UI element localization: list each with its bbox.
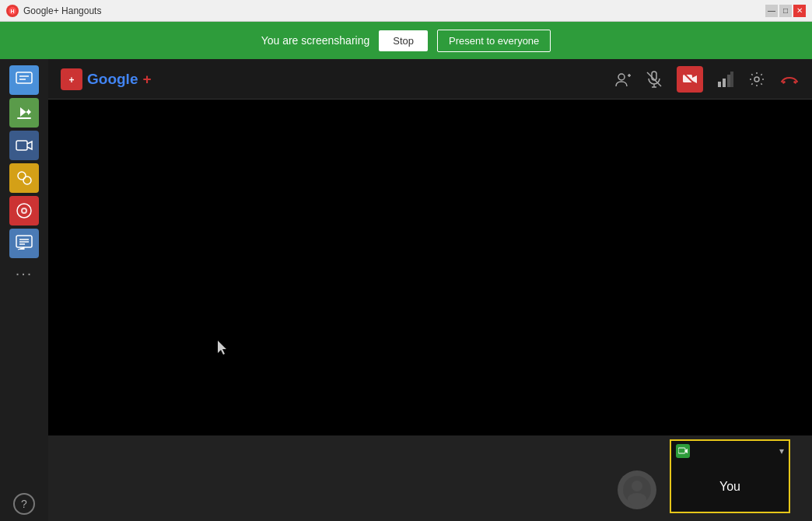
video-off-icon[interactable] [677,66,703,93]
svg-rect-30 [727,75,730,87]
settings-icon[interactable] [748,71,765,88]
maximize-button[interactable]: □ [779,5,792,17]
signal-strength-icon[interactable] [717,71,734,88]
screenshare-small-icon [676,444,690,458]
video-area [48,100,812,435]
svg-point-32 [754,77,759,82]
app-icon: H [6,5,19,17]
svg-rect-28 [718,82,721,87]
svg-marker-33 [218,341,226,355]
svg-rect-6 [17,117,31,119]
stop-button[interactable]: Stop [379,30,428,51]
add-person-icon[interactable] [614,71,632,88]
svg-point-35 [632,481,642,491]
title-bar-left: H Google+ Hangouts [6,5,101,17]
present-to-everyone-button[interactable]: Present to everyone [437,30,551,52]
sidebar-more-button[interactable]: ··· [16,264,33,282]
sidebar-item-camera[interactable] [9,131,39,160]
svg-text:H: H [10,9,14,14]
plus-text: + [142,71,151,88]
mute-microphone-icon[interactable] [646,71,663,88]
google-text: Google [87,71,138,88]
bottom-strip: ▾ You [48,435,812,521]
svg-rect-37 [678,448,685,453]
controls-bar [614,66,800,93]
sidebar-item-effects[interactable] [9,163,39,193]
gplus-icon: + [61,68,82,90]
hangup-icon[interactable] [779,71,800,88]
svg-text:+: + [68,75,74,86]
sidebar-item-help[interactable] [9,196,39,226]
watermark-circle [618,470,656,509]
title-bar: H Google+ Hangouts — □ ✕ [0,0,812,22]
screenshare-banner: You are screensharing Stop Present to ev… [0,22,812,59]
google-plus-logo: + Google+ [61,68,152,90]
sidebar-item-screenshare[interactable] [9,98,39,128]
sidebar-item-chat2[interactable] [9,229,39,258]
svg-point-9 [23,177,31,184]
close-button[interactable]: ✕ [793,5,806,17]
sidebar-item-chat[interactable] [9,65,39,95]
svg-rect-29 [723,79,726,87]
watermark-avatar [618,470,664,517]
svg-rect-7 [16,141,27,150]
svg-rect-2 [16,72,32,83]
title-bar-controls: — □ ✕ [765,5,806,17]
thumbnail-dropdown-icon[interactable]: ▾ [779,446,784,456]
svg-point-36 [628,493,646,505]
you-label: You [719,480,740,494]
you-thumbnail: ▾ You [670,439,790,513]
svg-point-19 [618,74,625,80]
svg-rect-31 [730,72,733,87]
you-label-area: You [671,461,789,512]
minimize-button[interactable]: — [765,5,778,17]
screenshare-status-text: You are screensharing [261,34,370,47]
svg-marker-5 [20,107,31,117]
svg-point-12 [23,209,26,212]
content-area: + Google+ [48,59,812,521]
cursor-indicator [218,341,227,355]
window-title: Google+ Hangouts [23,5,101,16]
main-area: ··· ? + Google+ [0,59,812,521]
sidebar-help-button[interactable]: ? [13,493,35,515]
sidebar: ··· ? [0,59,48,521]
you-thumbnail-header: ▾ [671,441,789,461]
top-controls-bar: + Google+ [48,59,812,100]
